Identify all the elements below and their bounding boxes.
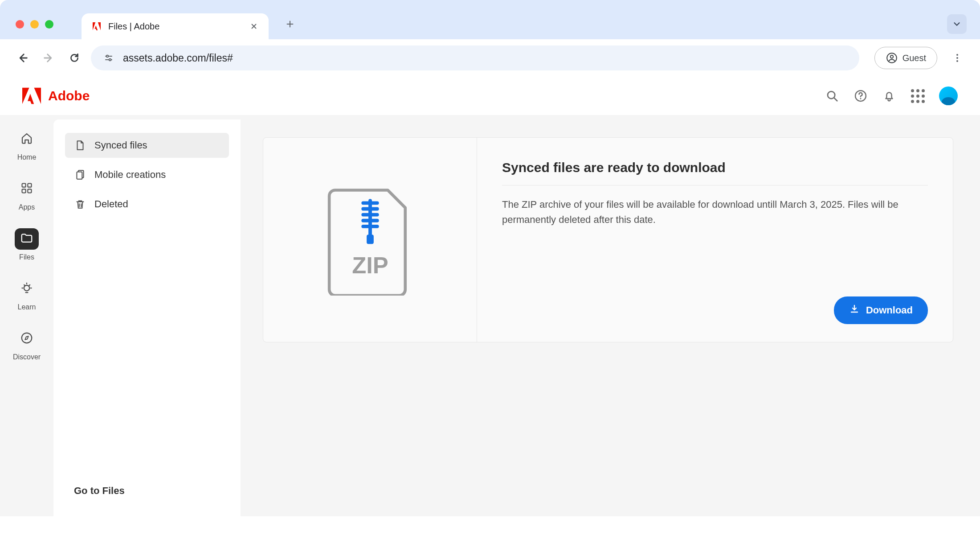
tab-title: Files | Adobe xyxy=(108,21,243,32)
download-label: Download xyxy=(866,305,913,316)
apps-icon xyxy=(20,182,33,196)
download-icon xyxy=(849,304,860,317)
adobe-brand-name: Adobe xyxy=(48,88,90,103)
rail-label: Discover xyxy=(13,353,41,361)
zip-label: ZIP xyxy=(352,252,388,278)
mobile-stack-icon xyxy=(74,169,86,181)
card-content: Synced files are ready to download The Z… xyxy=(477,138,953,342)
rail-label: Learn xyxy=(18,303,36,311)
search-icon[interactable] xyxy=(825,89,839,103)
svg-rect-13 xyxy=(28,189,31,193)
guest-avatar-icon xyxy=(886,52,898,64)
rail-label: Apps xyxy=(19,203,35,211)
side-item-synced-files[interactable]: Synced files xyxy=(65,133,229,158)
tab-bar: Files | Adobe xyxy=(0,9,980,39)
svg-point-7 xyxy=(828,91,835,99)
content-area: ZIP Synced files are ready to download T… xyxy=(241,119,980,516)
rail-item-home[interactable]: Home xyxy=(9,128,45,161)
notifications-icon[interactable] xyxy=(882,89,896,103)
zip-file-icon: ZIP xyxy=(323,184,417,296)
svg-point-0 xyxy=(106,55,108,57)
address-bar[interactable]: assets.adobe.com/files# xyxy=(91,45,859,70)
guest-label: Guest xyxy=(902,53,926,63)
download-button[interactable]: Download xyxy=(834,296,928,324)
window-controls xyxy=(16,20,53,29)
card-footer: Download xyxy=(502,296,928,324)
new-tab-button[interactable] xyxy=(281,15,299,33)
side-panel: Synced files Mobile creations Deleted Go… xyxy=(53,119,241,516)
profile-avatar[interactable] xyxy=(939,86,958,105)
trash-icon xyxy=(74,198,86,210)
browser-tab[interactable]: Files | Adobe xyxy=(82,13,269,39)
apps-switcher-icon[interactable] xyxy=(911,89,925,103)
reload-button[interactable] xyxy=(65,49,84,67)
back-button[interactable] xyxy=(13,49,32,67)
browser-toolbar: assets.adobe.com/files# Guest xyxy=(0,39,980,77)
go-to-files-link[interactable]: Go to Files xyxy=(65,479,229,503)
rail-item-learn[interactable]: Learn xyxy=(9,278,45,311)
svg-point-4 xyxy=(956,54,958,56)
svg-point-15 xyxy=(22,333,32,343)
site-settings-icon[interactable] xyxy=(102,52,115,64)
browser-menu-button[interactable] xyxy=(948,49,967,67)
side-item-label: Mobile creations xyxy=(94,169,166,181)
svg-rect-17 xyxy=(77,172,82,179)
window-close-button[interactable] xyxy=(16,20,24,29)
folder-icon xyxy=(20,231,33,247)
side-item-deleted[interactable]: Deleted xyxy=(65,192,229,217)
browser-chrome: Files | Adobe assets.adobe.com/files# xyxy=(0,0,980,77)
rail-item-discover[interactable]: Discover xyxy=(9,328,45,361)
adobe-favicon-icon xyxy=(91,21,102,32)
svg-point-14 xyxy=(24,285,30,291)
nav-rail: Home Apps Files Learn Discover xyxy=(0,115,53,516)
card-body: The ZIP archive of your files will be av… xyxy=(502,197,928,227)
svg-point-6 xyxy=(956,60,958,62)
help-icon[interactable] xyxy=(853,89,868,103)
tab-close-button[interactable] xyxy=(249,21,259,31)
home-icon xyxy=(20,132,33,147)
side-panel-list: Synced files Mobile creations Deleted xyxy=(65,133,229,217)
lightbulb-icon xyxy=(20,281,33,296)
window-maximize-button[interactable] xyxy=(45,20,53,29)
app-header: Adobe xyxy=(0,77,980,115)
card-title: Synced files are ready to download xyxy=(502,160,928,185)
header-actions xyxy=(825,86,958,105)
side-item-label: Synced files xyxy=(94,140,147,151)
svg-point-5 xyxy=(956,57,958,59)
rail-item-apps[interactable]: Apps xyxy=(9,178,45,211)
rail-label: Files xyxy=(19,253,34,261)
adobe-logo[interactable]: Adobe xyxy=(22,87,90,104)
side-item-label: Deleted xyxy=(94,198,128,210)
side-item-mobile-creations[interactable]: Mobile creations xyxy=(65,162,229,187)
window-minimize-button[interactable] xyxy=(30,20,39,29)
file-icon xyxy=(74,139,86,152)
svg-rect-11 xyxy=(28,184,31,187)
svg-rect-10 xyxy=(22,184,26,187)
svg-point-9 xyxy=(860,98,862,99)
url-text: assets.adobe.com/files# xyxy=(123,52,848,64)
svg-rect-12 xyxy=(22,189,26,193)
svg-rect-18 xyxy=(367,235,374,244)
profile-guest-button[interactable]: Guest xyxy=(874,47,937,69)
adobe-logo-icon xyxy=(22,87,41,104)
compass-icon xyxy=(20,331,33,346)
download-card: ZIP Synced files are ready to download T… xyxy=(263,137,953,342)
rail-label: Home xyxy=(17,153,37,161)
forward-button[interactable] xyxy=(39,49,58,67)
svg-point-1 xyxy=(109,59,111,61)
rail-item-files[interactable]: Files xyxy=(9,228,45,261)
svg-point-3 xyxy=(890,55,893,58)
card-illustration: ZIP xyxy=(263,138,477,342)
tab-menu-button[interactable] xyxy=(947,14,967,34)
go-to-files-label: Go to Files xyxy=(74,485,125,496)
main-area: Home Apps Files Learn Discover xyxy=(0,115,980,516)
